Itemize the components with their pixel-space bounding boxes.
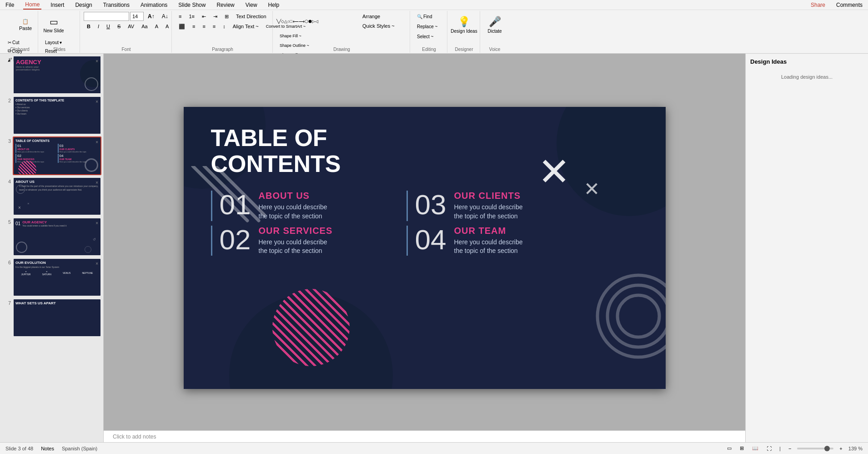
bold-button[interactable]: B xyxy=(84,22,94,31)
zoom-level: 139 % xyxy=(848,446,863,451)
highlight-button[interactable]: A xyxy=(162,22,172,31)
slide-img-3[interactable]: TABLE OF CONTENTS 01 ABOUT US Here you c… xyxy=(13,136,101,175)
menu-design[interactable]: Design xyxy=(73,1,94,9)
indent-right-button[interactable]: ⇥ xyxy=(210,12,221,21)
zoom-out-button[interactable]: − xyxy=(786,445,793,452)
font-shrink-button[interactable]: A↓ xyxy=(159,12,171,21)
slide-thumb-1[interactable]: 1 AGENCY Here is where your presentation… xyxy=(2,55,101,94)
menu-file[interactable]: File xyxy=(4,1,16,9)
slide-close-3[interactable]: × xyxy=(95,140,98,145)
toc-desc-4: Here you could describe the topic of the… xyxy=(454,238,523,256)
font-family-input[interactable] xyxy=(84,12,129,21)
toc-text-3: OUR CLIENTS Here you could describe the … xyxy=(454,191,523,221)
indent-left-button[interactable]: ⇤ xyxy=(199,12,209,21)
designer-group: 💡 Design Ideas Designer xyxy=(448,11,480,53)
line-spacing-button[interactable]: ↕ xyxy=(220,22,229,31)
slide-sorter-button[interactable]: ⊞ xyxy=(738,444,746,452)
slide-img-1[interactable]: AGENCY Here is where your presentation b… xyxy=(13,55,101,94)
justify-button[interactable]: ≡ xyxy=(210,22,219,31)
menu-insert[interactable]: Insert xyxy=(49,1,66,9)
slide-img-2[interactable]: CONTENTS OF THIS TEMPLATE • About us • O… xyxy=(13,96,101,135)
menu-animations[interactable]: Animations xyxy=(139,1,169,9)
font-size-input[interactable] xyxy=(130,12,144,21)
columns-button[interactable]: ⊞ xyxy=(221,12,232,21)
design-ideas-icon: 💡 xyxy=(458,16,470,28)
canvas-area[interactable]: ✕ ✕ TABLE OF CONTENTS xyxy=(104,54,745,442)
slide-img-6[interactable]: OUR EVOLUTION It is the biggest planets … xyxy=(13,258,101,297)
comments-button[interactable]: Comments xyxy=(834,1,864,9)
slide-num-1: 1 xyxy=(2,55,11,94)
slide-thumb-3[interactable]: 3 TABLE OF CONTENTS 01 ABOUT US Here you… xyxy=(2,136,101,175)
dictate-icon: 🎤 xyxy=(489,16,501,28)
toc-text-1: ABOUT US Here you could describe the top… xyxy=(259,191,327,221)
italic-button[interactable]: I xyxy=(95,22,102,31)
align-text-button[interactable]: Align Text ~ xyxy=(230,22,262,31)
zoom-in-button[interactable]: + xyxy=(837,445,844,452)
text-direction-button[interactable]: Text Direction xyxy=(233,12,270,21)
voice-group: 🎤 Dictate Voice xyxy=(481,11,508,53)
notes-button[interactable]: Notes xyxy=(39,445,56,452)
char-spacing-button[interactable]: AV xyxy=(125,22,137,31)
slide-thumb-2[interactable]: 2 CONTENTS OF THIS TEMPLATE • About us •… xyxy=(2,96,101,135)
font-grow-button[interactable]: A↑ xyxy=(145,12,158,21)
new-slide-button[interactable]: ▭ New Slide xyxy=(42,12,65,37)
drawing-label: Drawing xyxy=(333,47,350,52)
slide-img-5[interactable]: 01 OUR AGENCY You could enter a subtitle… xyxy=(13,217,101,256)
editing-group: 🔍 Find Replace ~ Select ~ Editing xyxy=(411,11,447,53)
dictate-button[interactable]: 🎤 Dictate xyxy=(483,12,507,37)
align-left-button[interactable]: ⬛ xyxy=(176,22,188,31)
shape-fill-button[interactable]: Shape Fill ~ xyxy=(276,31,312,40)
slide-close-4[interactable]: × xyxy=(95,180,98,185)
toc-section-title-2: OUR SERVICES xyxy=(259,226,333,236)
presenter-view-button[interactable]: ⛶ xyxy=(764,445,774,452)
slide-close-1[interactable]: × xyxy=(95,59,98,64)
layout-button[interactable]: Layout ▾ xyxy=(42,38,66,46)
paragraph-group: ≡ 1≡ ⇤ ⇥ ⊞ Text Direction ⬛ ≡ ≡ ≡ ↕ Alig… xyxy=(173,11,273,53)
zoom-slider[interactable] xyxy=(797,448,833,449)
slide-thumb-6[interactable]: 6 OUR EVOLUTION It is the biggest planet… xyxy=(2,258,101,297)
slide-thumb-7[interactable]: 7 WHAT SETS US APART xyxy=(2,298,101,337)
menu-help[interactable]: Help xyxy=(266,1,281,9)
slide-thumb-5[interactable]: 5 01 OUR AGENCY You could enter a subtit… xyxy=(2,217,101,256)
underline-button[interactable]: U xyxy=(103,22,113,31)
menu-transitions[interactable]: Transitions xyxy=(101,1,131,9)
slide-close-6[interactable]: × xyxy=(95,261,98,266)
notes-placeholder[interactable]: Click to add notes xyxy=(113,434,156,440)
share-button[interactable]: Share xyxy=(809,1,827,9)
slide-close-2[interactable]: × xyxy=(95,99,98,104)
reading-view-button[interactable]: 📖 xyxy=(750,444,761,452)
quick-styles-button[interactable]: Quick Styles ~ xyxy=(359,21,398,30)
toc-grid: 01 ABOUT US Here you could describe the … xyxy=(211,191,575,255)
change-case-button[interactable]: Aa xyxy=(138,22,151,31)
menu-view[interactable]: View xyxy=(244,1,259,9)
select-button[interactable]: Select ~ xyxy=(414,32,441,41)
clipboard-label: Clipboard xyxy=(10,47,30,52)
bullets-button[interactable]: ≡ xyxy=(176,12,185,21)
toc-desc-2: Here you could describe the topic of the… xyxy=(259,238,333,256)
menu-slideshow[interactable]: Slide Show xyxy=(176,1,207,9)
font-color-button[interactable]: A xyxy=(152,22,161,31)
main-slide[interactable]: ✕ ✕ TABLE OF CONTENTS xyxy=(184,107,666,389)
editing-label: Editing xyxy=(422,47,436,52)
paste-button[interactable]: 📋 Paste xyxy=(14,12,37,37)
shape-outline-button[interactable]: Shape Outline ~ xyxy=(276,41,312,50)
numbering-button[interactable]: 1≡ xyxy=(186,12,198,21)
replace-button[interactable]: Replace ~ xyxy=(414,22,441,31)
notes-bar[interactable]: Click to add notes xyxy=(104,430,745,442)
slide-img-4[interactable]: ABOUT US It could be the part of the pre… xyxy=(13,177,101,216)
slide-img-7[interactable]: WHAT SETS US APART xyxy=(13,298,101,337)
normal-view-button[interactable]: ▭ xyxy=(725,444,734,452)
designer-label: Designer xyxy=(455,47,473,52)
find-button[interactable]: 🔍 Find xyxy=(414,12,441,21)
slide-thumb-4[interactable]: 4 ABOUT US It could be the part of the p… xyxy=(2,177,101,216)
menu-review[interactable]: Review xyxy=(215,1,236,9)
align-right-button[interactable]: ≡ xyxy=(199,22,208,31)
slide-panel[interactable]: 1 AGENCY Here is where your presentation… xyxy=(0,54,104,442)
slide-num-7: 7 xyxy=(2,298,11,337)
design-ideas-button[interactable]: 💡 Design Ideas xyxy=(452,12,476,37)
menu-home[interactable]: Home xyxy=(23,0,41,10)
slide-close-5[interactable]: × xyxy=(95,221,98,226)
arrange-button[interactable]: Arrange xyxy=(359,12,398,21)
strikethrough-button[interactable]: S xyxy=(114,22,124,31)
align-center-button[interactable]: ≡ xyxy=(189,22,198,31)
